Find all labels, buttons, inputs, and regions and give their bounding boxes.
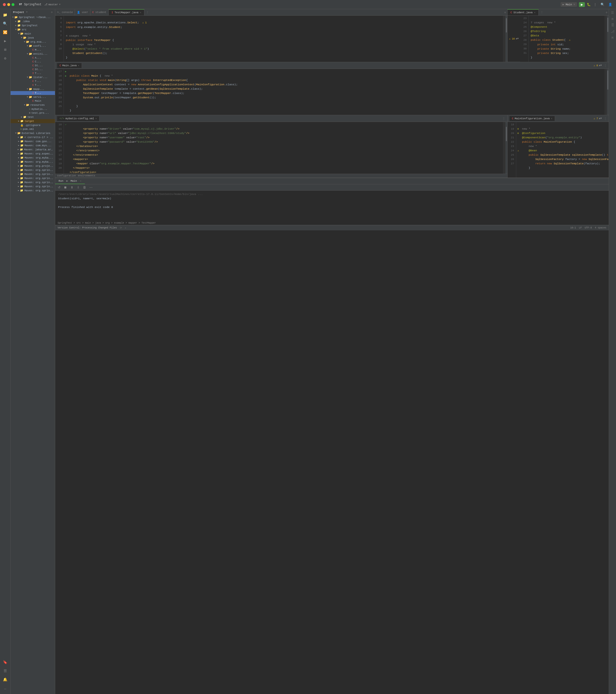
right-icon-structure[interactable]: ☰	[611, 11, 614, 15]
tree-item-maven-spring4[interactable]: ▶ 📁 Maven: org.sprin...	[11, 180, 55, 184]
vcs-progress-icon[interactable]: ⟳	[120, 226, 122, 230]
student-tab-close[interactable]: ✕	[534, 11, 536, 14]
main-warn-down[interactable]: ▼	[600, 64, 602, 67]
vcs-icon[interactable]: 🔀	[1, 29, 9, 36]
pane-tab-mainconfig[interactable]: C MainConfiguration.java ✕	[509, 116, 555, 121]
bookmarks-icon[interactable]: 🔖	[1, 658, 9, 666]
tree-item-m[interactable]: ▶ C M...	[11, 48, 55, 52]
tree-item-servi[interactable]: ▼ 📂 servi...	[11, 95, 55, 99]
tree-item-external-libs[interactable]: ▼ 📂 External Libraries	[11, 131, 55, 135]
search-icon[interactable]: 🔍	[1, 20, 9, 28]
tab-user[interactable]: 👤 user	[75, 10, 90, 15]
pause-button[interactable]: ⏸	[70, 185, 74, 190]
step-button[interactable]: ⇩	[76, 185, 80, 190]
mainconfig-code-content[interactable]: new * @Configuration @ComponentScan("org…	[520, 122, 609, 178]
mybatis-scrollbar[interactable]	[505, 122, 507, 174]
mybatis-tab-close[interactable]: ✕	[95, 117, 97, 120]
tree-item-t1[interactable]: ▶ I T...	[11, 71, 55, 75]
breadcrumb[interactable]: SpringTest > src > main > java > org > e…	[58, 222, 156, 224]
tree-item-maven-project[interactable]: ▶ 📁 Maven: org.proje...	[11, 164, 55, 168]
tree-item-src[interactable]: ▼ 📂 src	[11, 28, 55, 32]
tree-item-maven-jakarta[interactable]: ▶ 📁 Maven: jakarta.ar...	[11, 147, 55, 151]
structure-icon[interactable]: ☰	[1, 667, 9, 675]
more-actions-button[interactable]: ⋮	[593, 2, 598, 7]
stop-button[interactable]: ⏹	[63, 185, 68, 190]
tree-item-springtest[interactable]: ▶ 📁 SpringTest	[11, 23, 55, 28]
pane-tab-mybatis[interactable]: </> mybatis-config.xml ✕	[57, 116, 99, 121]
tree-item-idea[interactable]: ▶ 📁 .idea	[11, 19, 55, 23]
mainconfig-tab-close[interactable]: ✕	[551, 117, 552, 120]
line-ending[interactable]: LF	[579, 226, 582, 229]
tree-item-lt2[interactable]: ▶ C T...	[11, 83, 55, 87]
settings-gear-icon[interactable]: ⚙	[503, 10, 507, 15]
settings-button[interactable]: 👤	[607, 2, 613, 7]
tab-console[interactable]: >_ console	[55, 10, 75, 15]
right-pane-more-icon[interactable]: ⚙	[604, 10, 609, 15]
tree-item-maven-mys[interactable]: ▶ 📁 Maven: com.mys...	[11, 143, 55, 147]
mainconfig-pane-menu[interactable]: ⋮	[604, 117, 607, 121]
tree-item-maven-spring5[interactable]: ▶ 📁 Maven: org.sprin...	[11, 184, 55, 188]
tab-student-java[interactable]: C Student.java ✕	[508, 9, 539, 15]
restart-button[interactable]: ↺	[57, 185, 61, 190]
run-gutter-18[interactable]: ▶	[64, 74, 68, 78]
main-scrollbar[interactable]	[607, 69, 609, 115]
right-icon-maven[interactable]: M	[612, 36, 613, 40]
extensions-icon[interactable]: ⊞	[1, 46, 9, 54]
mybatis-pane-menu[interactable]: ⋮	[502, 117, 505, 121]
tree-item-corretto[interactable]: ▶ 📁 < corretto-17 > ...	[11, 135, 55, 139]
tree-item-resources[interactable]: ▼ 📂 resources	[11, 103, 55, 107]
testmapper-code-content[interactable]: import org.apache.ibatis.annotations.Sel…	[64, 16, 503, 62]
more-tools-icon[interactable]: …	[1, 684, 9, 692]
tab-testmapper[interactable]: I TestMapper.java ✕	[109, 9, 145, 15]
tree-item-maven-goo[interactable]: ▶ 📁 Maven: com.goo...	[11, 139, 55, 143]
tree-item-target[interactable]: ▶ 📁 target	[11, 119, 55, 123]
encoding[interactable]: UTF-8	[585, 226, 592, 229]
branch-name[interactable]: master	[49, 3, 58, 6]
tree-item-maven-spring6[interactable]: ▶ 📁 Maven: org.sprin...	[11, 188, 55, 193]
right-icon-db[interactable]: 🗄	[611, 23, 614, 27]
run-tab-close[interactable]: ✕	[80, 180, 81, 182]
tree-item-pomxml[interactable]: ▶ m pom.xml	[11, 127, 55, 131]
plugins-icon[interactable]: ⚙	[1, 54, 9, 62]
main-tab-close[interactable]: ✕	[78, 64, 79, 67]
tree-item-maven-spring2[interactable]: ▶ 📁 Maven: org.sprin...	[11, 172, 55, 176]
tree-item-main-java[interactable]: ▶ C Main	[11, 99, 55, 103]
testmapper-tab-close[interactable]: ✕	[140, 11, 141, 14]
close-button[interactable]	[3, 3, 6, 6]
minimize-button[interactable]	[7, 3, 10, 6]
maximize-button[interactable]	[12, 3, 15, 6]
mainconfig-warn-down[interactable]: ▼	[600, 117, 602, 120]
vcs-status[interactable]: Version Control: Processing Changed File…	[58, 226, 117, 229]
clear-button[interactable]: 🗑	[82, 185, 87, 190]
tree-item-maven-myba2[interactable]: ▶ 📁 Maven: org.myba...	[11, 160, 55, 164]
debug-button[interactable]: 🐛	[587, 3, 591, 6]
explorer-icon[interactable]: 📁	[1, 11, 9, 19]
search-button[interactable]: 🔍	[600, 2, 605, 7]
tree-item-maven-aspect[interactable]: ▶ 📁 Maven: org.aspec...	[11, 151, 55, 156]
tree-item-test[interactable]: ▶ 📁 test	[11, 115, 55, 119]
tree-item-st1[interactable]: ▶ C St...	[11, 63, 55, 68]
right-icon-git[interactable]: ⎇	[611, 30, 615, 34]
more-run-button[interactable]: ⋯	[89, 185, 93, 190]
tree-item-lister[interactable]: ▼ 📂 lister...	[11, 75, 55, 79]
tree-item-mybatis[interactable]: ▶ ✕ mybatis...	[11, 107, 55, 111]
tab-more-left[interactable]: ⋮	[144, 10, 151, 15]
run-button[interactable]: ▶	[579, 2, 585, 7]
notifications-icon[interactable]: 🔔	[1, 676, 9, 683]
mybatis-code-content[interactable]: <property name="driver" value="com.mysql…	[68, 122, 503, 174]
tree-item-a[interactable]: ▶ C A...	[11, 56, 55, 60]
run-tab[interactable]: Run ▶ Main ✕	[55, 178, 85, 184]
main-code-content[interactable]: public class Main { new * public static …	[68, 69, 604, 115]
student-warn-down[interactable]: ▼	[517, 37, 519, 40]
tree-item-main[interactable]: ▼ 📂 main	[11, 32, 55, 36]
subtab-configuration[interactable]: configuration	[57, 175, 76, 177]
run-debug-icon[interactable]: ▶	[1, 37, 9, 45]
tree-item-org-example[interactable]: ▼ 📂 org.exa...	[11, 40, 55, 44]
tab-student[interactable]: C student	[90, 10, 109, 15]
student-code-content[interactable]: 7 usages new * @Component @ToString @Dat…	[529, 16, 604, 62]
tree-item-testmapper[interactable]: ▶ I T...	[11, 91, 55, 95]
tree-item-maven-myba1[interactable]: ▶ 📁 Maven: org.myba...	[11, 156, 55, 160]
tree-item-lt1[interactable]: ▶ C T...	[11, 79, 55, 83]
tree-item-st2[interactable]: ▶ C St...	[11, 68, 55, 71]
main-pane-menu[interactable]: ⋮	[604, 63, 607, 68]
